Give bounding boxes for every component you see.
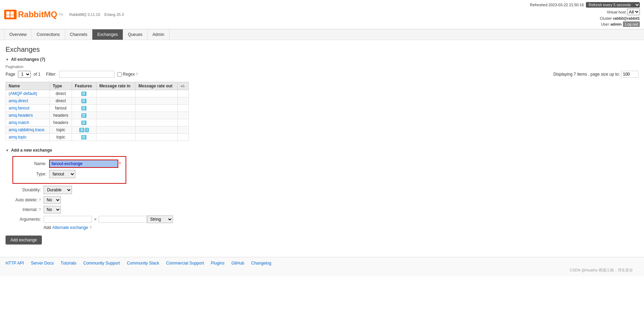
collapse-toggle[interactable]: ▼ bbox=[6, 58, 9, 61]
internal-help[interactable]: ? bbox=[39, 208, 41, 212]
nav-overview[interactable]: Overview bbox=[4, 29, 32, 40]
internal-select[interactable]: No Yes bbox=[44, 206, 61, 213]
footer-link[interactable]: HTTP API bbox=[6, 261, 24, 266]
auto-delete-select[interactable]: No Yes bbox=[44, 196, 61, 204]
add-link: Add bbox=[44, 225, 51, 230]
nav-admin[interactable]: Admin bbox=[148, 29, 169, 40]
all-exchanges-section-header: ▼ All exchanges (7) bbox=[6, 57, 638, 62]
arg-key-input[interactable] bbox=[44, 216, 92, 223]
regex-label: Regex ? bbox=[117, 72, 138, 77]
exchange-name[interactable]: amq.direct bbox=[6, 97, 50, 105]
footer-link[interactable]: Community Support bbox=[83, 261, 120, 266]
nav-exchanges[interactable]: Exchanges bbox=[92, 29, 123, 40]
footer-link[interactable]: Tutorials bbox=[61, 261, 76, 266]
name-type-highlight-box: Name: * Type: direct fanout topic header… bbox=[12, 156, 126, 184]
footer-link[interactable]: GitHub bbox=[231, 261, 244, 266]
name-input[interactable] bbox=[49, 160, 118, 168]
table-row: (AMQP default)directD bbox=[6, 90, 189, 97]
arg-eq: = bbox=[92, 217, 99, 222]
exchange-rate-in bbox=[96, 90, 136, 97]
logo-area: RabbitMQ TM RabbitMQ 3.11.10 Erlang 25.3 bbox=[4, 10, 124, 19]
content: Exchanges ▼ All exchanges (7) Pagination… bbox=[0, 40, 644, 250]
exchange-type: topic bbox=[50, 126, 72, 134]
exchange-rate-out bbox=[136, 112, 178, 119]
exchange-name[interactable]: (AMQP default) bbox=[6, 90, 50, 97]
nav-channels[interactable]: Channels bbox=[65, 29, 93, 40]
exchanges-tbody: (AMQP default)directDamq.directdirectDam… bbox=[6, 90, 189, 141]
internal-label: Internal: ? bbox=[12, 207, 44, 212]
filter-input[interactable] bbox=[59, 71, 114, 78]
erlang-version: Erlang 25.3 bbox=[104, 12, 124, 17]
exchange-plusminus bbox=[178, 119, 189, 126]
user-value: admin bbox=[610, 22, 622, 26]
regex-checkbox[interactable] bbox=[117, 72, 122, 77]
footer-watermark: CSDN @Huathy-雨落江南，浮生若步 bbox=[6, 268, 638, 273]
table-row: amq.topictopicD bbox=[6, 134, 189, 141]
col-rate-out: Message rate out bbox=[136, 82, 178, 90]
exchange-name[interactable]: amq.topic bbox=[6, 134, 50, 141]
table-row: amq.rabbitmq.tracetopicDI bbox=[6, 126, 189, 134]
exchange-rate-out bbox=[136, 134, 178, 141]
exchange-features: D bbox=[72, 90, 96, 97]
footer-link[interactable]: Commercial Support bbox=[166, 261, 204, 266]
durability-label: Durability: bbox=[12, 188, 44, 192]
logout-button[interactable]: Log out bbox=[623, 21, 640, 27]
top-right: Refreshed 2023-03-22 21:50:16 Refresh ev… bbox=[530, 2, 640, 27]
required-star: * bbox=[119, 161, 121, 166]
exchange-plusminus bbox=[178, 105, 189, 112]
arg-type-select[interactable]: String Number Boolean bbox=[147, 216, 173, 223]
exchange-type: direct bbox=[50, 97, 72, 105]
add-exchange-button[interactable]: Add exchange bbox=[6, 236, 42, 245]
footer: HTTP APIServer DocsTutorialsCommunity Su… bbox=[0, 257, 644, 276]
nav-connections[interactable]: Connections bbox=[32, 29, 65, 40]
type-row: Type: direct fanout topic headers bbox=[18, 170, 121, 178]
add-exchange-toggle[interactable]: ▼ bbox=[6, 149, 9, 152]
footer-link[interactable]: Community Slack bbox=[127, 261, 159, 266]
refresh-row: Refreshed 2023-03-22 21:50:16 Refresh ev… bbox=[530, 2, 640, 8]
auto-delete-row: Auto delete: ? No Yes bbox=[12, 196, 638, 204]
name-label: Name: bbox=[18, 161, 49, 166]
exchange-name[interactable]: amq.headers bbox=[6, 112, 50, 119]
refresh-select[interactable]: Refresh every 5 seconds Refresh every 10… bbox=[586, 2, 640, 8]
vhost-select[interactable]: All / bbox=[627, 9, 640, 15]
table-row: amq.directdirectD bbox=[6, 97, 189, 105]
type-select[interactable]: direct fanout topic headers bbox=[49, 170, 75, 178]
of-label: of 1 bbox=[34, 72, 40, 77]
footer-link[interactable]: Plugins bbox=[211, 261, 224, 266]
pagination-row: Page 1 of 1 Filter: Regex ? Displaying 7… bbox=[6, 71, 638, 78]
durability-select[interactable]: Durable Transient bbox=[44, 186, 72, 194]
page-select[interactable]: 1 bbox=[18, 71, 31, 78]
alternate-exchange-link[interactable]: Alternate exchange bbox=[52, 225, 88, 230]
footer-link[interactable]: Changelog bbox=[251, 261, 271, 266]
logo-text: RabbitMQ bbox=[18, 10, 57, 19]
exchange-name[interactable]: amq.match bbox=[6, 119, 50, 126]
svg-rect-3 bbox=[10, 15, 14, 18]
exchange-name[interactable]: amq.rabbitmq.trace bbox=[6, 126, 50, 134]
col-type: Type bbox=[50, 82, 72, 90]
exchange-plusminus bbox=[178, 97, 189, 105]
auto-delete-help[interactable]: ? bbox=[39, 198, 41, 202]
exchange-features: DI bbox=[72, 126, 96, 134]
add-exchange-label: Add a new exchange bbox=[11, 148, 52, 153]
exchange-rate-in bbox=[96, 119, 136, 126]
footer-link[interactable]: Server Docs bbox=[31, 261, 54, 266]
exchange-name[interactable]: amq.fanout bbox=[6, 105, 50, 112]
exchange-features: D bbox=[72, 134, 96, 141]
exchange-rate-in bbox=[96, 126, 136, 134]
exchange-rate-out bbox=[136, 126, 178, 134]
exchange-rate-out bbox=[136, 97, 178, 105]
internal-row: Internal: ? No Yes bbox=[12, 206, 638, 213]
arg-value-input[interactable] bbox=[99, 216, 147, 223]
nav-queues[interactable]: Queues bbox=[123, 29, 148, 40]
all-exchanges-label: All exchanges (7) bbox=[11, 57, 45, 62]
alt-help[interactable]: ? bbox=[90, 226, 92, 230]
logo: RabbitMQ TM bbox=[4, 10, 63, 19]
regex-help[interactable]: ? bbox=[136, 72, 138, 76]
exchange-type: fanout bbox=[50, 105, 72, 112]
add-exchange-form: Name: * Type: direct fanout topic header… bbox=[12, 156, 638, 230]
page-size-input[interactable] bbox=[621, 71, 638, 78]
pagination-area: Pagination Page 1 of 1 Filter: Regex ? D… bbox=[6, 65, 638, 78]
exchange-rate-in bbox=[96, 105, 136, 112]
exchange-plusminus bbox=[178, 90, 189, 97]
footer-links: HTTP APIServer DocsTutorialsCommunity Su… bbox=[6, 261, 638, 266]
